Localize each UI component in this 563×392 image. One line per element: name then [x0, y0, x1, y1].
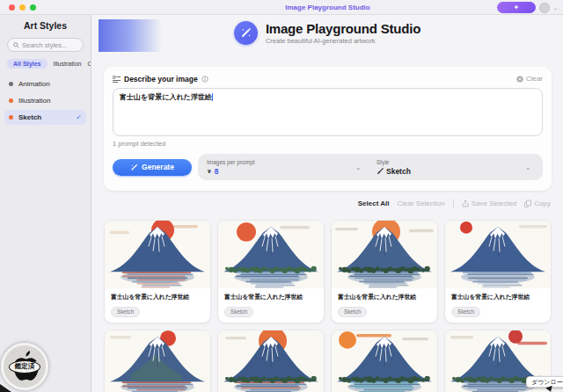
watermark-text: 鑑定済: [9, 360, 40, 374]
save-selected-button[interactable]: Save Selected: [462, 200, 517, 207]
chevron-down-icon: ⌄: [525, 164, 530, 171]
sidebar-item-sketch[interactable]: Sketch✓: [4, 110, 86, 125]
text-lines-icon: [113, 76, 121, 83]
close-window-button[interactable]: [9, 4, 15, 11]
zoom-window-button[interactable]: [30, 4, 36, 11]
chevron-down-icon: ⌄: [553, 4, 558, 11]
chevron-down-icon: ⌄: [355, 164, 361, 171]
generated-image: [332, 330, 437, 392]
style-badge: Sketch: [224, 307, 253, 317]
app-header: Image Playground Studio Create beautiful…: [91, 21, 563, 45]
images-per-prompt-dropdown[interactable]: Images per prompt ∨ 8 ⌄: [207, 154, 364, 180]
prompt-label: Describe your image: [124, 75, 198, 83]
filter-illustration[interactable]: Illustration: [54, 61, 82, 67]
minimize-window-button[interactable]: [19, 4, 26, 11]
style-value: Sketch: [386, 167, 411, 176]
prompt-panel: Describe your image Clear 富士山を背景に入れた浮世絵 …: [104, 67, 552, 191]
image-card-2[interactable]: 富士山を背景に入れた浮世絵 Sketch: [217, 220, 325, 323]
image-caption: 富士山を背景に入れた浮世絵: [111, 293, 204, 301]
generated-image: [105, 221, 210, 288]
search-input[interactable]: Search styles...: [7, 38, 84, 52]
image-caption: 富士山を背景に入れた浮世絵: [224, 293, 318, 301]
sidebar-item-illustration[interactable]: Illustration: [4, 93, 86, 108]
search-placeholder: Search styles...: [22, 41, 67, 49]
sidebar-title: Art Styles: [0, 20, 91, 31]
stepper-icon: ∨: [207, 168, 212, 175]
page-title: Image Playground Studio: [266, 21, 420, 36]
prompt-text: 富士山を背景に入れた浮世絵: [120, 93, 212, 101]
share-icon: [462, 200, 469, 207]
divider: [453, 200, 454, 207]
generation-options: Images per prompt ∨ 8 ⌄ Style Sketch: [198, 154, 543, 180]
sidebar-item-label: Illustration: [18, 97, 50, 105]
generated-image: [218, 330, 324, 392]
sidebar: Art Styles Search styles... All StylesIl…: [0, 15, 91, 392]
style-dot-icon: [9, 115, 13, 120]
app-window: Image Playground Studio ✦ ⌄ Art Styles S…: [0, 0, 563, 392]
search-icon: [13, 42, 19, 48]
watermark-stamp: 鑑定済: [1, 343, 48, 390]
image-card-5[interactable]: 富士山を背景に入れた浮世絵 Sketch: [104, 330, 211, 392]
titlebar: Image Playground Studio ✦ ⌄: [0, 0, 563, 15]
wand-icon: [130, 163, 138, 171]
prompt-status: 1 prompt detected: [113, 140, 543, 148]
avatar[interactable]: [539, 3, 550, 13]
info-icon[interactable]: [201, 76, 208, 83]
images-per-prompt-value: 8: [215, 167, 219, 176]
mouse-cursor: [545, 386, 554, 392]
sidebar-item-label: Animation: [18, 80, 50, 88]
copy-button[interactable]: Copy: [524, 200, 551, 207]
sidebar-item-label: Sketch: [18, 113, 41, 121]
image-card-6[interactable]: 富士山を背景に入れた浮世絵 Sketch: [217, 330, 325, 392]
prompt-textarea[interactable]: 富士山を背景に入れた浮世絵: [113, 88, 543, 136]
style-dot-icon: [9, 82, 13, 86]
image-card-1[interactable]: 富士山を背景に入れた浮世絵 Sketch: [104, 220, 211, 323]
page-subtitle: Create beautiful AI-generated artwork: [266, 37, 420, 45]
image-card-4[interactable]: 富士山を背景に入れた浮世絵 Sketch: [444, 220, 552, 323]
style-list: AnimationIllustrationSketch✓: [0, 76, 91, 125]
wand-app-icon: [234, 21, 258, 45]
main-content: Image Playground Studio Create beautiful…: [91, 15, 563, 392]
generated-image: [332, 221, 437, 288]
check-icon: ✓: [76, 113, 82, 121]
sparkle-button[interactable]: ✦: [497, 2, 536, 13]
generated-image: [218, 221, 324, 288]
clear-selection-button[interactable]: Clear Selection: [397, 200, 444, 207]
sparkle-icon: ✦: [514, 4, 520, 11]
clear-button[interactable]: Clear: [516, 75, 543, 83]
image-caption: 富士山を背景に入れた浮世絵: [338, 293, 431, 301]
image-caption: 富士山を背景に入れた浮世絵: [451, 293, 545, 301]
image-card-7[interactable]: 富士山を背景に入れた浮世絵 Sketch: [331, 330, 438, 392]
image-grid: 富士山を背景に入れた浮世絵 Sketch 富士山を背景に入れた浮世絵 Sketc…: [104, 220, 552, 392]
text-caret: [212, 93, 214, 101]
selection-toolbar: Select All Clear Selection Save Selected…: [358, 197, 551, 209]
download-tooltip: ダウンロー: [526, 376, 563, 388]
style-badge: Sketch: [451, 307, 480, 317]
generated-image: [105, 330, 210, 392]
select-all-button[interactable]: Select All: [358, 200, 390, 207]
filter-all-styles[interactable]: All Styles: [7, 59, 48, 69]
style-filters: All StylesIllustrationC: [0, 58, 91, 69]
image-card-3[interactable]: 富士山を背景に入れた浮世絵 Sketch: [331, 220, 438, 323]
generated-image: [445, 221, 551, 288]
filter-c[interactable]: C: [87, 61, 91, 67]
clear-circle-icon: [516, 76, 523, 83]
style-badge: Sketch: [338, 307, 367, 317]
window-title: Image Playground Studio: [92, 0, 563, 15]
style-dropdown[interactable]: Style Sketch ⌄: [364, 154, 534, 180]
sidebar-item-animation[interactable]: Animation: [4, 76, 86, 91]
paintbrush-icon: [377, 168, 384, 175]
style-badge: Sketch: [111, 307, 140, 317]
traffic-lights: [9, 4, 36, 11]
style-dot-icon: [9, 98, 13, 103]
copy-icon: [524, 200, 531, 207]
generate-button[interactable]: Generate: [113, 159, 192, 176]
